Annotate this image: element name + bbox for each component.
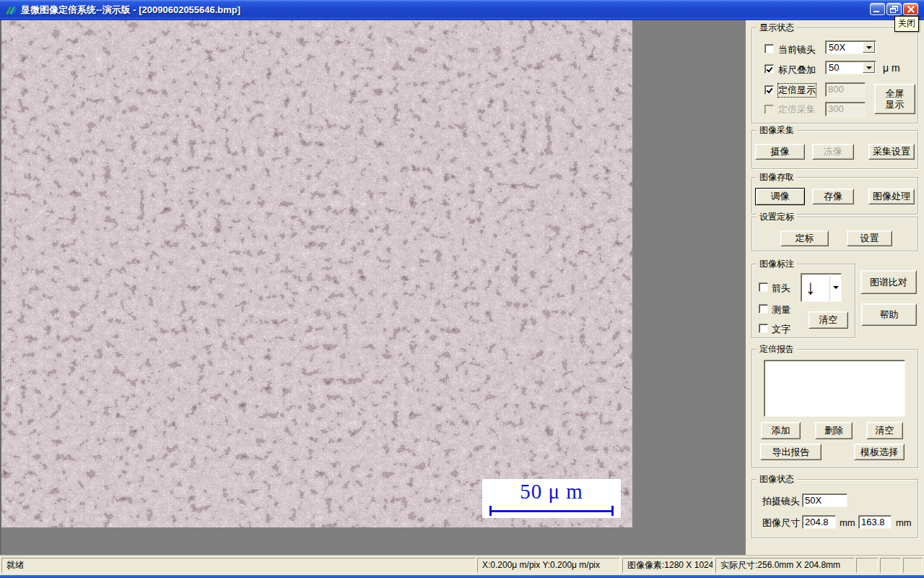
window-controls <box>868 3 918 15</box>
group-calibration-title: 设置定标 <box>757 212 797 222</box>
combo-ruler-value[interactable]: 50 <box>825 61 876 74</box>
micrograph-image[interactable]: 50 μ m <box>1 20 632 527</box>
field-image-width: 204.8 <box>802 515 836 529</box>
annotation-clear-button[interactable]: 清空 <box>808 311 848 329</box>
window-bottom-border <box>0 575 924 578</box>
restore-button[interactable] <box>886 3 902 15</box>
group-storage-title: 图像存取 <box>757 172 797 182</box>
save-image-button[interactable]: 存像 <box>812 189 854 204</box>
field-fixed-capture: 300 <box>825 102 866 116</box>
micrograph-texture <box>1 20 632 527</box>
field-fixed-display: 800 <box>825 82 866 97</box>
load-image-button[interactable]: 调像 <box>755 188 805 205</box>
arrow-style-glyph: ↓ <box>806 275 816 300</box>
status-pixels: 图像像素:1280 X 1024 <box>622 558 713 573</box>
label-measure[interactable]: 测量 <box>772 303 790 316</box>
status-ready: 就绪 <box>1 558 476 573</box>
scalebar-line <box>489 510 614 512</box>
label-arrow[interactable]: 箭头 <box>772 282 790 295</box>
combo-drop-button[interactable] <box>829 274 841 301</box>
label-text[interactable]: 文字 <box>772 323 790 336</box>
report-add-button[interactable]: 添加 <box>761 422 801 439</box>
status-cell-empty <box>903 558 923 573</box>
titlebar: 显微图像定倍系统--演示版 - [20090602055646.bmp] <box>0 0 924 20</box>
group-report: 定倍报告 添加 删除 清空 导出报告 模板选择 <box>751 349 918 468</box>
calibrate-button[interactable]: 定标 <box>780 230 829 246</box>
group-display-status: 显示状态 当前镜头 50X 标尺叠加 50 μ m 定倍显示 800 定倍采集 … <box>751 27 918 124</box>
group-image-status-title: 图像状态 <box>757 474 797 484</box>
label-width-unit: mm <box>840 517 855 528</box>
calibration-settings-button[interactable]: 设置 <box>847 230 892 246</box>
checkbox-fixed-display[interactable] <box>764 85 774 95</box>
combo-current-lens[interactable]: 50X <box>825 40 876 54</box>
freeze-button: 冻像 <box>812 144 854 160</box>
field-shoot-lens: 50X <box>802 493 847 507</box>
control-panel: 显示状态 当前镜头 50X 标尺叠加 50 μ m 定倍显示 800 定倍采集 … <box>746 20 924 555</box>
dropdown-arrow-icon <box>833 286 839 289</box>
status-resolution: X:0.200μ m/pix Y:0.200μ m/pix <box>477 558 620 573</box>
combo-drop-button[interactable] <box>863 62 875 73</box>
capture-settings-button[interactable]: 采集设置 <box>868 144 915 160</box>
checkbox-text[interactable] <box>759 324 768 333</box>
label-ruler-unit: μ m <box>883 62 900 74</box>
checkbox-fixed-capture <box>764 105 774 114</box>
image-process-button[interactable]: 图像处理 <box>868 189 915 204</box>
group-storage: 图像存取 调像 存像 图像处理 <box>751 177 918 215</box>
combo-drop-button[interactable] <box>863 42 875 53</box>
dropdown-arrow-icon <box>866 66 872 69</box>
group-annotation: 图像标注 箭头 测量 文字 ↓ 清空 <box>751 264 855 338</box>
close-button[interactable] <box>903 3 918 15</box>
report-listbox[interactable] <box>764 360 905 417</box>
app-window: 显微图像定倍系统--演示版 - [20090602055646.bmp] 关闭 <box>0 0 924 578</box>
label-fixed-display[interactable]: 定倍显示 <box>778 84 816 97</box>
group-capture: 图像采集 摄像 冻像 采集设置 <box>751 130 918 169</box>
close-icon <box>907 6 915 13</box>
group-annotation-title: 图像标注 <box>757 259 797 269</box>
statusbar: 就绪 X:0.200μ m/pix Y:0.200μ m/pix 图像像素:12… <box>0 555 924 575</box>
label-image-size: 图像尺寸 <box>762 517 800 530</box>
status-cell-empty <box>880 558 901 573</box>
scalebar-overlay: 50 μ m <box>482 479 621 518</box>
minimize-button[interactable] <box>870 3 885 15</box>
app-icon <box>4 4 17 16</box>
close-tooltip: 关闭 <box>894 16 919 32</box>
status-cell-empty <box>856 558 878 573</box>
group-report-title: 定倍报告 <box>757 344 797 354</box>
scalebar-label: 50 μ m <box>482 480 621 504</box>
checkbox-current-lens[interactable] <box>764 44 774 53</box>
checkbox-measure[interactable] <box>759 304 768 314</box>
minimize-icon <box>873 11 879 12</box>
group-display-status-title: 显示状态 <box>757 22 797 33</box>
arrow-style-combo[interactable]: ↓ <box>801 273 842 302</box>
checkbox-ruler-overlay[interactable] <box>764 64 774 74</box>
help-button[interactable]: 帮助 <box>861 303 917 326</box>
export-report-button[interactable]: 导出报告 <box>760 444 821 460</box>
label-ruler-overlay[interactable]: 标尺叠加 <box>778 64 816 77</box>
report-clear-button[interactable]: 清空 <box>866 422 903 439</box>
label-height-unit: mm <box>896 517 912 528</box>
label-shoot-lens: 拍摄镜头 <box>762 495 800 508</box>
group-image-status: 图像状态 拍摄镜头 50X 图像尺寸 204.8 mm 163.8 mm <box>751 479 918 538</box>
dropdown-arrow-icon <box>866 46 872 49</box>
label-current-lens[interactable]: 当前镜头 <box>778 43 816 56</box>
window-title: 显微图像定倍系统--演示版 - [20090602055646.bmp] <box>21 4 240 17</box>
checkbox-arrow[interactable] <box>759 282 768 292</box>
shoot-button[interactable]: 摄像 <box>755 144 805 160</box>
atlas-compare-button[interactable]: 图谱比对 <box>860 270 917 294</box>
fullscreen-button[interactable]: 全屏 显示 <box>874 84 915 114</box>
report-delete-button[interactable]: 删除 <box>815 422 853 439</box>
group-capture-title: 图像采集 <box>757 125 797 135</box>
group-calibration: 设置定标 定标 设置 <box>751 217 918 251</box>
label-fixed-capture: 定倍采集 <box>778 103 816 116</box>
template-select-button[interactable]: 模板选择 <box>854 444 905 460</box>
status-actual-size: 实际尺寸:256.0mm X 204.8mm <box>715 558 855 573</box>
field-image-height: 163.8 <box>858 515 892 529</box>
